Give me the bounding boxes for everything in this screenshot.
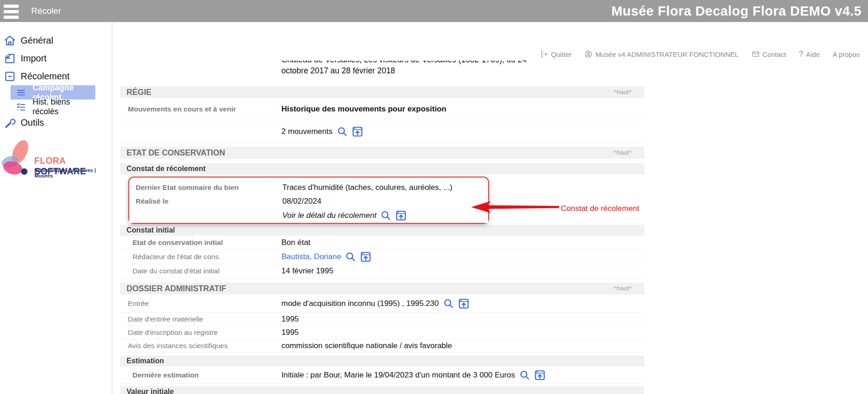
field-label: Etat de conservation initial xyxy=(120,239,281,247)
field-value: 08/02/2024 xyxy=(282,197,321,206)
sidebar-item-label: Hist. biens récolés xyxy=(33,97,95,117)
section-dossier-administratif: DOSSIER ADMINISTRATIF ^haut^ xyxy=(120,283,644,294)
field-row-voir-detail: Voir le détail du récolement xyxy=(129,208,488,223)
user-icon xyxy=(584,50,593,58)
haut-link[interactable]: ^haut^ xyxy=(614,283,632,294)
open-record-icon[interactable] xyxy=(458,298,469,309)
flora-petals-icon xyxy=(0,137,33,181)
question-mark-icon: ? xyxy=(799,50,803,59)
wrench-icon xyxy=(4,117,16,129)
sidebar-item-label: Outils xyxy=(21,117,44,128)
mouvements-count: 2 mouvements xyxy=(281,127,333,136)
main-content: Quitter Musée v4 ADMINISTRATEUR FONCTION… xyxy=(112,22,868,394)
quitter-button[interactable]: Quitter xyxy=(540,50,571,58)
field-row-mouvements-count: 2 mouvements xyxy=(120,120,644,143)
field-row-redacteur: Rédacteur de l'état de cons. Bautista, D… xyxy=(120,250,644,264)
field-row-date-constat: Date du constat d'état initial 14 févrie… xyxy=(120,264,644,278)
aide-label: Aide xyxy=(806,50,820,58)
logo-flora: FLORA xyxy=(34,155,66,166)
field-label: Réalisé le xyxy=(129,197,282,205)
flora-software-logo: FLORA SOFTWARE Bibliothèques | Archives … xyxy=(0,137,112,183)
field-row-derniere-estimation: Dernière estimation Initiale : par Bour,… xyxy=(120,366,644,384)
module-title: Récoler xyxy=(31,0,61,22)
section-regie-title: RÉGIE xyxy=(126,88,151,97)
search-icon[interactable] xyxy=(380,210,391,221)
subsection-valeur-initiale: Valeur initiale xyxy=(120,386,644,394)
field-value: Bon état xyxy=(281,238,310,247)
hamburger-menu-icon[interactable] xyxy=(4,5,19,21)
contact-button[interactable]: Contact xyxy=(752,50,786,58)
contact-label: Contact xyxy=(763,50,786,58)
import-icon xyxy=(4,52,16,65)
field-label: Avis des instances scientifiques xyxy=(120,342,281,350)
field-value: Initiale : par Bour, Marie le 19/04/2023… xyxy=(281,371,515,380)
sidebar-item-label: Récolement xyxy=(21,71,70,82)
field-row-realise-le: Réalisé le 08/02/2024 xyxy=(129,194,488,208)
open-record-icon[interactable] xyxy=(360,251,371,262)
section-etat-conservation: ETAT DE CONSERVATION ^haut^ xyxy=(120,147,644,159)
search-icon[interactable] xyxy=(443,298,454,309)
field-value: Historique des mouvements pour expositio… xyxy=(281,105,446,114)
field-value: 14 février 1995 xyxy=(281,266,333,276)
field-row-dernier-etat: Dernier Etat sommaire du bien Traces d'h… xyxy=(129,181,488,194)
subsection-constat-recolement: Constat de récolement xyxy=(120,163,644,174)
field-row-etat-initial: Etat de conservation initial Bon état xyxy=(120,236,644,250)
haut-link[interactable]: ^haut^ xyxy=(614,147,632,159)
voir-detail-link[interactable]: Voir le détail du récolement xyxy=(282,211,376,220)
top-header-bar: Récoler Musée Flora Decalog Flora DEMO v… xyxy=(0,0,868,22)
sidebar-item-label: Général xyxy=(21,35,53,46)
archive-box-icon xyxy=(4,70,16,83)
aide-button[interactable]: ? Aide xyxy=(799,50,820,59)
field-label: Date d'entrée matérielle xyxy=(120,315,281,323)
sidebar: Général Import Récolement Campagne récol… xyxy=(0,22,112,394)
subsection-estimation: Estimation xyxy=(120,355,644,366)
open-record-icon[interactable] xyxy=(396,210,407,221)
a-propos-label: A propos xyxy=(833,50,860,58)
user-label: Musée v4 ADMINISTRATEUR FONCTIONNEL xyxy=(595,50,738,58)
field-value: Traces d'humidité (taches, coulures, aur… xyxy=(282,183,452,192)
field-label: Rédacteur de l'état de cons. xyxy=(120,253,281,261)
record-scroll-area[interactable]: Château de Versailles, Les visiteurs de … xyxy=(112,61,868,394)
field-value: commission scientifique nationale / avis… xyxy=(281,341,452,350)
haut-link[interactable]: ^haut^ xyxy=(614,86,632,98)
field-row-date-entree: Date d'entrée matérielle 1995 xyxy=(120,313,644,326)
field-value: mode d'acquisition inconnu (1995) , 1995… xyxy=(281,299,439,308)
sidebar-item-label: Import xyxy=(21,53,47,64)
section-regie: RÉGIE ^haut^ xyxy=(120,86,644,98)
search-icon[interactable] xyxy=(337,126,348,137)
exposition-description: Château de Versailles, Les visiteurs de … xyxy=(281,61,584,76)
annotation-arrow-icon xyxy=(471,201,559,213)
redacteur-link[interactable]: Bautista, Doriane xyxy=(281,252,341,261)
envelope-icon xyxy=(752,50,760,58)
red-highlight-box: Dernier Etat sommaire du bien Traces d'h… xyxy=(128,177,489,224)
search-icon[interactable] xyxy=(519,370,530,381)
field-row-date-registre: Date d'inscription au registre 1995 xyxy=(120,326,644,339)
field-label: Mouvements en cours et à venir xyxy=(120,105,281,113)
field-row-avis: Avis des instances scientifiques commiss… xyxy=(120,339,644,353)
search-icon[interactable] xyxy=(345,251,356,262)
a-propos-button[interactable]: A propos xyxy=(833,50,860,58)
logout-icon xyxy=(540,50,548,58)
list-lines-icon xyxy=(16,88,26,98)
user-menu[interactable]: Musée v4 ADMINISTRATEUR FONCTIONNEL xyxy=(584,50,738,58)
home-icon xyxy=(4,34,16,47)
section-etat-title: ETAT DE CONSERVATION xyxy=(126,148,225,157)
sidebar-item-import[interactable]: Import xyxy=(0,50,112,67)
sidebar-item-general[interactable]: Général xyxy=(0,32,112,50)
sidebar-item-hist-biens-recoles[interactable]: Hist. biens récolés xyxy=(11,100,95,114)
open-record-icon[interactable] xyxy=(534,370,545,381)
field-row-mouvements: Mouvements en cours et à venir Historiqu… xyxy=(120,98,644,120)
top-toolbar: Quitter Musée v4 ADMINISTRATEUR FONCTION… xyxy=(540,50,860,59)
sidebar-item-outils[interactable]: Outils xyxy=(0,114,112,132)
app-title: Musée Flora Decalog Flora DEMO v4.5 xyxy=(611,0,862,22)
field-value: 1995 xyxy=(281,328,299,337)
field-label: Dernière estimation xyxy=(120,371,281,379)
subsection-constat-initial: Constat initial xyxy=(120,225,644,236)
open-record-icon[interactable] xyxy=(352,126,363,137)
exposition-line1: Château de Versailles, Les visiteurs de … xyxy=(281,61,584,65)
field-row-entree: Entrée mode d'acquisition inconnu (1995)… xyxy=(120,294,644,313)
exposition-line2: octobre 2017 au 28 février 2018 xyxy=(281,65,584,76)
field-label: Date du constat d'état initial xyxy=(120,267,281,275)
section-dossier-title: DOSSIER ADMINISTRATIF xyxy=(126,284,226,293)
logo-tagline: Bibliothèques | Archives | Musées xyxy=(34,167,112,178)
